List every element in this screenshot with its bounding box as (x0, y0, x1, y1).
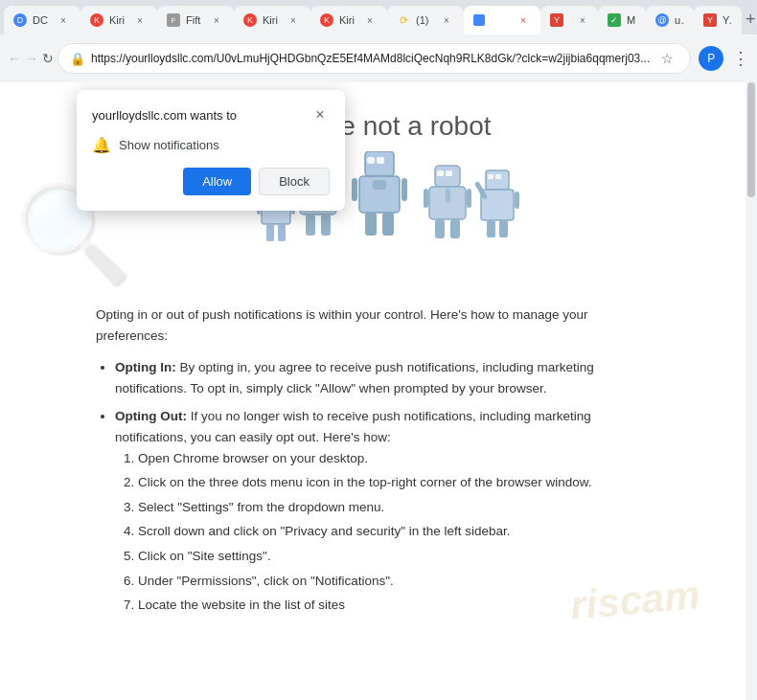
tab-favicon-active (473, 14, 485, 26)
tab-label-loading: (1) (416, 14, 433, 26)
bookmark-button[interactable]: ☆ (655, 47, 678, 70)
popup-buttons: Allow Block (92, 168, 330, 195)
tab-close-kiri2[interactable]: × (286, 12, 301, 28)
tab-you1[interactable]: Y You × (540, 6, 598, 34)
tab-kiri1[interactable]: K Kiri × (80, 6, 157, 34)
tab-label-dc: DC (33, 14, 50, 26)
svg-rect-22 (352, 178, 357, 201)
address-bar: ← → ↻ 🔒 https://yourlloydsllc.com/U0vLmu… (0, 34, 757, 82)
popup-permission-text: Show notifications (119, 138, 219, 152)
tab-favicon-kiri2: K (243, 13, 257, 27)
tab-close-active[interactable]: × (516, 12, 531, 28)
tab-mc[interactable]: ✓ Mc (598, 6, 646, 34)
tab-favicon-kiri1: K (90, 13, 103, 27)
svg-rect-36 (486, 170, 509, 190)
browser-menu-right: P ⋮ (699, 45, 754, 72)
svg-rect-38 (495, 174, 501, 179)
tab-you2[interactable]: Y You (694, 6, 742, 34)
step-3: Select "Settings" from the dropdown menu… (138, 497, 594, 518)
browser-window: D DC × K Kiri × F Fift × K Kiri × K Kiri… (0, 0, 757, 700)
back-button[interactable]: ← (8, 45, 21, 72)
page-content: yourlloydsllc.com wants to × 🔔 Show noti… (0, 82, 757, 700)
tab-favicon-you2: Y (703, 13, 717, 27)
popup-permission-row: 🔔 Show notifications (92, 136, 330, 154)
opting-out-label: Opting Out: (115, 409, 187, 423)
tab-favicon-kiri3: K (320, 13, 333, 27)
tab-close-kiri3[interactable]: × (362, 12, 378, 28)
reload-button[interactable]: ↻ (42, 45, 54, 72)
svg-rect-26 (373, 180, 386, 190)
popup-title: yourlloydsllc.com wants to (92, 108, 237, 123)
tab-favicon-dc: D (13, 13, 27, 27)
tab-favicon-you1: Y (550, 13, 563, 27)
tab-kiri2[interactable]: K Kiri × (234, 6, 310, 34)
tab-label-kiri2: Kiri (263, 14, 280, 26)
tab-label-you2: You (723, 14, 732, 26)
popup-header: yourlloydsllc.com wants to × (92, 105, 330, 124)
tab-favicon-mc: ✓ (608, 13, 621, 27)
opting-out-text: If you no longer wish to receive push no… (115, 409, 591, 444)
svg-rect-24 (365, 213, 377, 236)
popup-close-button[interactable]: × (310, 105, 330, 124)
svg-rect-41 (515, 192, 519, 209)
svg-rect-32 (467, 189, 471, 208)
svg-rect-28 (437, 170, 444, 176)
lock-icon: 🔒 (70, 52, 85, 66)
tab-favicon-fift: F (167, 13, 180, 27)
allow-button[interactable]: Allow (183, 168, 251, 195)
svg-rect-25 (382, 213, 394, 236)
tab-label-um: um (675, 14, 684, 26)
svg-rect-14 (306, 215, 315, 236)
bullet-list: Opting In: By opting in, you agree to re… (96, 357, 594, 616)
tab-close-kiri1[interactable]: × (132, 12, 148, 28)
svg-rect-31 (424, 189, 428, 208)
tab-fift[interactable]: F Fift × (157, 6, 234, 34)
content-area: yourlloydsllc.com wants to × 🔔 Show noti… (0, 82, 757, 700)
tab-bar: D DC × K Kiri × F Fift × K Kiri × K Kiri… (0, 0, 757, 34)
svg-rect-33 (435, 219, 445, 238)
step-2: Click on the three dots menu icon in the… (138, 472, 594, 493)
bullet-opting-in: Opting In: By opting in, you agree to re… (115, 357, 594, 398)
opting-in-label: Opting In: (115, 360, 176, 374)
tab-close-fift[interactable]: × (209, 12, 224, 28)
svg-rect-34 (450, 219, 460, 238)
tab-close-loading[interactable]: × (439, 12, 454, 28)
tab-label-kiri3: Kiri (339, 14, 356, 26)
svg-rect-19 (367, 157, 375, 164)
svg-rect-37 (488, 174, 493, 179)
profile-button[interactable]: P (699, 46, 723, 71)
tab-favicon-loading: ⟳ (397, 13, 410, 27)
tab-label-mc: Mc (627, 14, 636, 26)
tab-um[interactable]: @ um (646, 6, 694, 34)
svg-rect-29 (446, 170, 452, 176)
address-input[interactable]: 🔒 https://yourlloydsllc.com/U0vLmuHjQHDG… (57, 43, 691, 74)
step-6: Under "Permissions", click on "Notificat… (138, 571, 594, 592)
svg-rect-42 (487, 220, 495, 237)
tab-close-dc[interactable]: × (56, 12, 71, 28)
tab-dc[interactable]: D DC × (4, 6, 80, 34)
new-tab-button[interactable]: + (746, 6, 756, 33)
menu-button[interactable]: ⋮ (727, 45, 754, 72)
opting-in-text: By opting in, you agree to receive push … (115, 360, 594, 395)
scrollbar[interactable] (746, 82, 757, 700)
intro-paragraph: Opting in or out of push notifications i… (96, 305, 594, 346)
scroll-thumb[interactable] (747, 82, 755, 197)
svg-rect-6 (266, 224, 274, 241)
svg-rect-23 (401, 178, 407, 201)
tab-loading[interactable]: ⟳ (1) × (387, 6, 464, 34)
tab-kiri3[interactable]: K Kiri × (310, 6, 387, 34)
step-1: Open Chrome browser on your desktop. (138, 448, 594, 469)
block-button[interactable]: Block (259, 168, 330, 195)
main-text-content: Opting in or out of push notifications i… (0, 295, 652, 644)
url-text: https://yourlloydsllc.com/U0vLmuHjQHDGbn… (91, 52, 650, 65)
tab-close-you1[interactable]: × (575, 12, 590, 28)
tab-active[interactable]: × (464, 6, 540, 34)
forward-button[interactable]: → (25, 45, 38, 72)
bullet-opting-out: Opting Out: If you no longer wish to rec… (115, 406, 594, 615)
tab-label-fift: Fift (186, 14, 203, 26)
svg-rect-20 (377, 157, 384, 164)
step-7: Locate the website in the list of sites (138, 595, 594, 616)
svg-rect-35 (446, 189, 450, 203)
step-4: Scroll down and click on "Privacy and se… (138, 521, 594, 542)
notification-popup: yourlloydsllc.com wants to × 🔔 Show noti… (77, 90, 345, 211)
